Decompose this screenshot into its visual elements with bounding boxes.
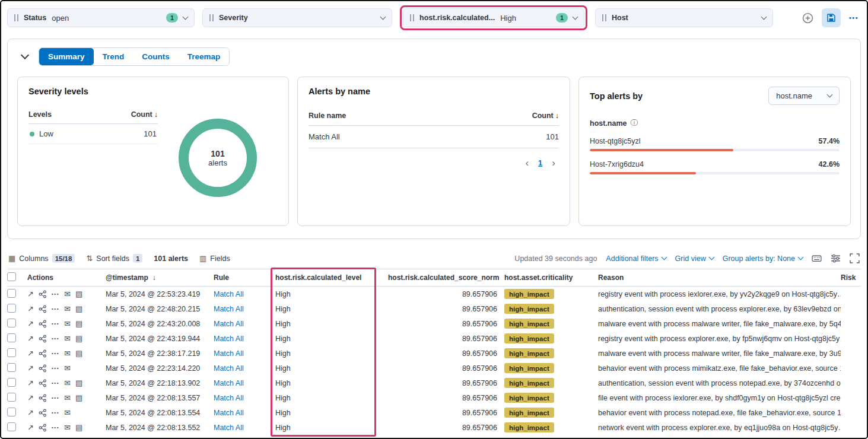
more-actions-icon[interactable]: ••• bbox=[52, 366, 59, 371]
add-filter-icon[interactable] bbox=[802, 12, 813, 24]
case-icon[interactable]: ▤ bbox=[75, 320, 82, 327]
save-icon[interactable] bbox=[822, 8, 841, 27]
tab-treemap[interactable]: Treemap bbox=[179, 48, 230, 65]
more-actions-icon[interactable]: ••• bbox=[52, 425, 59, 430]
rule-link[interactable]: Match All bbox=[214, 320, 244, 328]
info-icon[interactable]: ⓘ bbox=[631, 118, 638, 128]
group-alerts-button[interactable]: Group alerts by: None bbox=[723, 255, 803, 263]
grid-view-button[interactable]: Grid view bbox=[675, 255, 714, 263]
case-icon[interactable]: ▤ bbox=[75, 424, 82, 431]
header-criticality[interactable]: host.asset.criticality bbox=[504, 273, 598, 282]
rule-link[interactable]: Match All bbox=[214, 349, 244, 358]
count-col[interactable]: Count↓ bbox=[532, 112, 559, 120]
analyzer-icon[interactable] bbox=[39, 394, 47, 402]
expand-alert-icon[interactable]: ↗ bbox=[27, 335, 34, 342]
analyzer-icon[interactable] bbox=[39, 335, 47, 343]
more-actions-icon[interactable]: ••• bbox=[52, 381, 59, 386]
row-checkbox[interactable] bbox=[7, 304, 16, 313]
header-risk[interactable]: Risk bbox=[841, 273, 861, 282]
expand-alert-icon[interactable]: ↗ bbox=[27, 305, 34, 313]
session-view-icon[interactable]: ✉ bbox=[64, 424, 71, 431]
case-icon[interactable]: ▤ bbox=[75, 349, 82, 357]
collapse-chevron-icon[interactable] bbox=[21, 51, 29, 59]
rule-link[interactable]: Match All bbox=[214, 364, 244, 373]
tab-counts[interactable]: Counts bbox=[133, 48, 179, 65]
expand-alert-icon[interactable]: ↗ bbox=[27, 394, 34, 402]
analyzer-icon[interactable] bbox=[39, 290, 47, 298]
expand-alert-icon[interactable]: ↗ bbox=[27, 320, 34, 327]
analyzer-icon[interactable] bbox=[39, 305, 47, 313]
rule-link[interactable]: Match All bbox=[214, 290, 244, 298]
rule-link[interactable]: Match All bbox=[214, 335, 244, 343]
header-risk-score[interactable]: host.risk.calculated_score_norm bbox=[388, 273, 504, 282]
row-checkbox[interactable] bbox=[7, 422, 16, 431]
fullscreen-icon[interactable] bbox=[850, 253, 860, 263]
case-icon[interactable]: ▤ bbox=[75, 379, 82, 387]
analyzer-icon[interactable] bbox=[39, 320, 47, 328]
rule-link[interactable]: Match All bbox=[214, 409, 244, 417]
analyzer-icon[interactable] bbox=[39, 424, 47, 432]
rule-link[interactable]: Match All bbox=[214, 305, 244, 313]
next-page-icon[interactable]: › bbox=[552, 158, 555, 168]
top-alert-row[interactable]: Host-7xrig6dzu4 42.6% bbox=[590, 160, 840, 174]
page-number[interactable]: 1 bbox=[538, 158, 542, 167]
display-options-icon[interactable] bbox=[831, 253, 841, 263]
session-view-icon[interactable]: ✉ bbox=[64, 349, 71, 357]
analyzer-icon[interactable] bbox=[39, 349, 47, 358]
header-timestamp[interactable]: @timestamp↓ bbox=[106, 273, 214, 282]
header-reason[interactable]: Reason bbox=[598, 273, 841, 282]
case-icon[interactable]: ▤ bbox=[75, 290, 82, 298]
row-checkbox[interactable] bbox=[7, 363, 16, 372]
header-rule[interactable]: Rule bbox=[214, 273, 275, 282]
expand-alert-icon[interactable]: ↗ bbox=[27, 349, 34, 357]
session-view-icon[interactable]: ✉ bbox=[64, 394, 71, 402]
more-actions-icon[interactable]: ••• bbox=[52, 411, 59, 415]
row-checkbox[interactable] bbox=[7, 333, 16, 342]
top-alert-row[interactable]: Host-qtg8jc5yzl 57.4% bbox=[590, 137, 840, 151]
session-view-icon[interactable]: ✉ bbox=[64, 379, 71, 387]
filter-host-risk-level[interactable]: host.risk.calculated... High 1 bbox=[403, 8, 584, 27]
filter-severity[interactable]: Severity bbox=[202, 8, 392, 27]
more-actions-icon[interactable]: ••• bbox=[52, 307, 59, 311]
row-checkbox[interactable] bbox=[7, 378, 16, 387]
analyzer-icon[interactable] bbox=[39, 379, 47, 387]
session-view-icon[interactable]: ✉ bbox=[64, 364, 71, 372]
header-risk-level[interactable]: host.risk.calculated_level bbox=[275, 273, 388, 282]
sort-fields-button[interactable]: ⇅ Sort fields 1 bbox=[86, 254, 142, 263]
filter-status[interactable]: Status open 1 bbox=[7, 8, 195, 27]
more-actions-icon[interactable]: ••• bbox=[52, 336, 59, 341]
more-actions-icon[interactable]: ••• bbox=[52, 292, 59, 297]
analyzer-icon[interactable] bbox=[39, 409, 47, 417]
expand-alert-icon[interactable]: ↗ bbox=[27, 290, 34, 298]
session-view-icon[interactable]: ✉ bbox=[64, 290, 71, 298]
row-checkbox[interactable] bbox=[7, 319, 16, 327]
expand-alert-icon[interactable]: ↗ bbox=[27, 364, 34, 372]
more-actions-icon[interactable]: ••• bbox=[52, 351, 59, 356]
expand-alert-icon[interactable]: ↗ bbox=[27, 379, 34, 387]
additional-filters-button[interactable]: Additional filters bbox=[606, 255, 666, 263]
session-view-icon[interactable]: ✉ bbox=[64, 305, 71, 313]
case-icon[interactable]: ▤ bbox=[75, 394, 82, 402]
row-checkbox[interactable] bbox=[7, 393, 16, 402]
more-options-icon[interactable]: ••• bbox=[849, 14, 859, 21]
expand-alert-icon[interactable]: ↗ bbox=[27, 424, 34, 431]
tab-trend[interactable]: Trend bbox=[94, 48, 133, 65]
fields-button[interactable]: ▥ Fields bbox=[199, 254, 230, 263]
expand-alert-icon[interactable]: ↗ bbox=[27, 409, 34, 416]
rule-link[interactable]: Match All bbox=[214, 379, 244, 387]
row-checkbox[interactable] bbox=[7, 408, 16, 416]
select-all-checkbox[interactable] bbox=[7, 272, 16, 281]
keyboard-shortcuts-icon[interactable] bbox=[812, 253, 822, 263]
more-actions-icon[interactable]: ••• bbox=[52, 396, 59, 400]
rule-link[interactable]: Match All bbox=[214, 394, 244, 402]
session-view-icon[interactable]: ✉ bbox=[64, 320, 71, 327]
analyzer-icon[interactable] bbox=[39, 364, 47, 373]
prev-page-icon[interactable]: ‹ bbox=[525, 158, 529, 168]
row-checkbox[interactable] bbox=[7, 289, 16, 298]
rule-link[interactable]: Match All bbox=[214, 424, 244, 432]
field-select[interactable]: host.name bbox=[768, 87, 840, 105]
case-icon[interactable]: ▤ bbox=[75, 305, 82, 313]
session-view-icon[interactable]: ✉ bbox=[64, 335, 71, 342]
columns-button[interactable]: ▦ Columns 15/18 bbox=[8, 254, 75, 263]
tab-summary[interactable]: Summary bbox=[39, 48, 94, 65]
